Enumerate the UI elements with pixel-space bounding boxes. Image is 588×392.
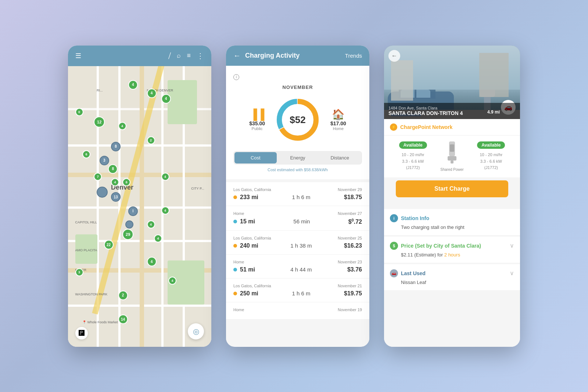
session-date: November 27 <box>338 211 362 216</box>
session-location: Los Gatos, California <box>233 284 271 288</box>
map-header: ☰ ⧸ ⌕ ≡ ⋮ <box>68 46 211 66</box>
pin-bg-5[interactable]: l <box>128 206 138 216</box>
shared-power-label: Shared Power <box>440 168 463 172</box>
last-used-label: Last Used <box>401 270 426 276</box>
session-item[interactable]: Los Gatos, California November 25 240 mi… <box>226 231 369 255</box>
session-miles: 15 mi <box>233 218 255 225</box>
session-date: November 19 <box>338 308 362 312</box>
dot-public <box>233 292 237 295</box>
chargepoint-icon: ⚡ <box>390 123 397 131</box>
location-button[interactable]: ◎ <box>188 323 204 339</box>
session-list: Los Gatos, California November 29 233 mi… <box>226 182 369 320</box>
home-stat: 🏠 $17.00 Home <box>330 108 346 131</box>
price-section[interactable]: $ Price (Set by City of Santa Clara) ∨ $… <box>384 237 520 263</box>
donut-section: ▐▐ $35.00 Public <box>233 96 362 144</box>
pin-9[interactable]: 7 <box>94 173 102 181</box>
stall-section: Available 10 - 20 mi/hr3.3 - 6.6 kW(J177… <box>384 136 520 177</box>
session-time: 1 h 38 m <box>290 242 312 249</box>
stall-1: Available 10 - 20 mi/hr3.3 - 6.6 kW(J177… <box>390 141 436 171</box>
list-icon[interactable]: ≡ <box>187 52 191 60</box>
pin-bg-1[interactable]: 8 <box>111 142 121 151</box>
tab-energy[interactable]: Energy <box>277 152 319 163</box>
back-icon[interactable]: ← <box>233 51 241 60</box>
pin-17[interactable]: 29 <box>122 229 133 240</box>
session-item[interactable]: Home November 27 15 mi 56 min $0.72 <box>226 206 369 231</box>
label-city-park: CITY P... <box>191 187 204 190</box>
pin-20[interactable]: 2 <box>118 291 128 300</box>
stall-2: Available 10 - 20 mi/hr3.3 - 6.6 kW(J177… <box>468 141 514 171</box>
label-washington-park: WASHINGTON PARK <box>75 292 108 296</box>
session-location: Home <box>233 211 244 216</box>
pin-7[interactable]: 6 <box>82 150 90 158</box>
home-icon: 🏠 <box>330 108 346 121</box>
pin-2[interactable]: 4 <box>161 94 171 104</box>
session-item[interactable]: Los Gatos, California November 29 233 mi… <box>226 182 369 206</box>
pin-bg-2[interactable]: 3 <box>100 156 109 165</box>
session-item[interactable]: Los Gatos, California November 21 250 mi… <box>226 278 369 302</box>
session-date: November 23 <box>338 260 362 264</box>
activity-summary: i NOVEMBER ▐▐ $35.00 Public <box>226 66 369 179</box>
last-used-section[interactable]: 🚗 Last Used ∨ Nissan Leaf <box>384 264 520 290</box>
price-duration: 2 hours <box>444 252 460 258</box>
pin-18[interactable]: 4 <box>147 257 157 266</box>
pin-13[interactable]: 4 <box>161 206 169 215</box>
pin-6[interactable]: 2 <box>147 136 155 144</box>
info-icon[interactable]: i <box>233 74 239 80</box>
network-row: ⚡ ChargePoint Network <box>384 119 520 136</box>
session-location: Los Gatos, California <box>233 236 271 240</box>
filter-icon[interactable]: ⧸ <box>168 52 171 60</box>
session-cost: $19.75 <box>344 290 362 297</box>
pin-5[interactable]: 4 <box>118 122 126 130</box>
session-miles: 51 mi <box>233 266 255 273</box>
last-used-header: 🚗 Last Used ∨ <box>390 269 514 277</box>
network-name: ChargePoint Network <box>400 124 452 130</box>
pin-10[interactable]: 4 <box>111 178 119 186</box>
pin-bg-4[interactable] <box>97 187 108 198</box>
donut-center: $52 <box>290 114 305 125</box>
session-item[interactable]: Home November 23 51 mi 4 h 44 m $3.76 <box>226 255 369 278</box>
public-amount: $35.00 <box>249 121 265 126</box>
pin-23[interactable]: 3 <box>75 268 83 276</box>
pin-8[interactable]: 8 <box>108 164 118 174</box>
pin-3[interactable]: 4 <box>128 80 138 90</box>
dot-public <box>233 195 237 199</box>
price-chevron: ∨ <box>510 242 514 249</box>
station-info-header: i Station Info <box>390 214 514 222</box>
price-header: $ Price (Set by City of Santa Clara) ∨ <box>390 242 514 250</box>
price-title: $ Price (Set by City of Santa Clara) <box>390 242 481 250</box>
search-icon[interactable]: ⌕ <box>177 52 181 60</box>
station-body: ⚡ ChargePoint Network Available 10 - 20 … <box>384 119 520 347</box>
svg-rect-6 <box>450 144 454 152</box>
more-icon[interactable]: ⋮ <box>197 51 204 60</box>
activity-body: i NOVEMBER ▐▐ $35.00 Public <box>226 66 369 346</box>
trends-button[interactable]: Trends <box>345 53 362 59</box>
pin-4[interactable]: 12 <box>94 116 105 127</box>
pin-bg-6[interactable] <box>125 220 133 229</box>
start-charge-button[interactable]: Start Charge <box>396 180 508 197</box>
menu-icon[interactable]: ☰ <box>75 52 81 60</box>
tab-distance[interactable]: Distance <box>319 152 361 163</box>
map-background: NORTH DENVER RI... CITY P... CAPITOL HIL… <box>68 66 211 347</box>
pin-16[interactable]: 22 <box>104 240 114 249</box>
pin-1[interactable]: 4 <box>147 89 157 98</box>
back-button[interactable]: ← <box>388 50 400 62</box>
pin-22[interactable]: 0 <box>75 108 83 116</box>
pin-21[interactable]: 14 <box>118 314 128 324</box>
pin-15[interactable]: 4 <box>154 234 162 242</box>
public-label: Public <box>249 126 265 131</box>
session-date: November 21 <box>338 284 362 288</box>
pin-19[interactable]: 4 <box>168 277 176 285</box>
screen-station: ← 🚗 1484 Don Ave, Santa Clara SANTA CLAR… <box>384 46 520 347</box>
public-stat: ▐▐ $35.00 Public <box>249 109 265 131</box>
station-info-section: i Station Info Two charging stall on the… <box>384 209 520 235</box>
stall-icon-col: Shared Power <box>440 141 463 172</box>
session-time: 1 h 6 m <box>292 194 310 200</box>
home-label: Home <box>330 126 346 131</box>
pin-14[interactable]: 4 <box>147 220 155 229</box>
screen-map: ☰ ⧸ ⌕ ≡ ⋮ <box>68 46 211 347</box>
tab-cost[interactable]: Cost <box>234 152 277 163</box>
price-label: Price (Set by City of Santa Clara) <box>401 243 481 249</box>
pin-12[interactable]: 4 <box>161 173 169 181</box>
session-item[interactable]: Home November 19 <box>226 302 369 320</box>
dot-home <box>233 220 237 223</box>
